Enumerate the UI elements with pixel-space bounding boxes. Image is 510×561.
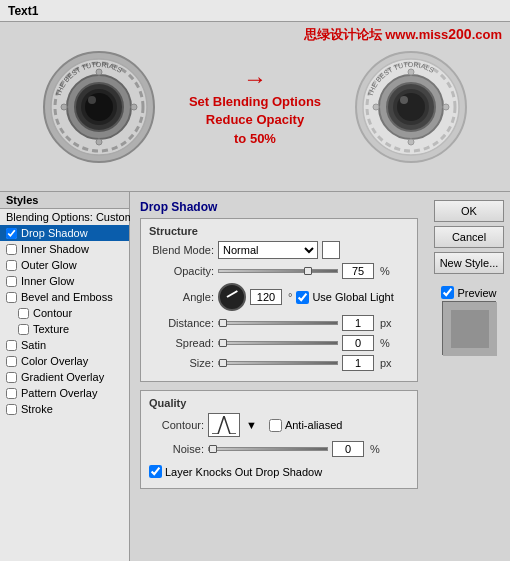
pattern-overlay-label: Pattern Overlay [21, 387, 97, 399]
gradient-overlay-checkbox[interactable] [6, 372, 17, 383]
use-global-light-label[interactable]: Use Global Light [296, 291, 393, 304]
blend-mode-row: Blend Mode: Normal Multiply Screen [149, 241, 409, 259]
angle-unit: ° [288, 291, 292, 303]
opacity-row: Opacity: % [149, 263, 409, 279]
svg-point-21 [400, 96, 408, 104]
distance-row: Distance: px [149, 315, 409, 331]
spread-slider[interactable] [218, 341, 338, 345]
outer-glow-label: Outer Glow [21, 259, 77, 271]
preview-image-area: 思绿设计论坛 www.miss200.com THE BEST TUTORIAL… [0, 22, 510, 192]
distance-slider-thumb[interactable] [219, 319, 227, 327]
window-title: Text1 [8, 4, 38, 18]
style-pattern-overlay[interactable]: Pattern Overlay [0, 385, 129, 401]
dial-needle [227, 290, 238, 298]
size-slider-thumb[interactable] [219, 359, 227, 367]
styles-panel: Styles Blending Options: Custom Drop Sha… [0, 192, 130, 561]
distance-slider[interactable] [218, 321, 338, 325]
angle-dial[interactable] [218, 283, 246, 311]
angle-input[interactable] [250, 289, 282, 305]
layer-knocks-checkbox[interactable] [149, 465, 162, 478]
style-gradient-overlay[interactable]: Gradient Overlay [0, 369, 129, 385]
blending-instruction: → Set Blending Options Reduce Opacity to… [189, 65, 321, 148]
noise-slider[interactable] [208, 447, 328, 451]
satin-checkbox[interactable] [6, 340, 17, 351]
spread-label: Spread: [149, 337, 214, 349]
style-outer-glow[interactable]: Outer Glow [0, 257, 129, 273]
header-bar: Text1 [0, 0, 510, 22]
structure-box: Structure Blend Mode: Normal Multiply Sc… [140, 218, 418, 382]
new-style-button[interactable]: New Style... [434, 252, 504, 274]
cancel-button[interactable]: Cancel [434, 226, 504, 248]
style-blending-options[interactable]: Blending Options: Custom [0, 209, 129, 225]
blend-color-swatch[interactable] [322, 241, 340, 259]
size-unit: px [380, 357, 392, 369]
size-slider[interactable] [218, 361, 338, 365]
preview-label[interactable]: Preview [441, 286, 496, 299]
preview-section: Preview [434, 286, 504, 355]
svg-point-8 [88, 96, 96, 104]
drop-shadow-label: Drop Shadow [21, 227, 88, 239]
gradient-overlay-label: Gradient Overlay [21, 371, 104, 383]
quality-box: Quality Contour: ▼ Anti-aliased Noise: [140, 390, 418, 489]
pattern-overlay-checkbox[interactable] [6, 388, 17, 399]
preview-thumbnail [442, 301, 496, 355]
outer-glow-checkbox[interactable] [6, 260, 17, 271]
bevel-emboss-checkbox[interactable] [6, 292, 17, 303]
stroke-checkbox[interactable] [6, 404, 17, 415]
anti-aliased-checkbox[interactable] [269, 419, 282, 432]
svg-point-9 [61, 104, 67, 110]
style-contour[interactable]: Contour [0, 305, 129, 321]
contour-checkbox[interactable] [18, 308, 29, 319]
layer-knocks-label[interactable]: Layer Knocks Out Drop Shadow [149, 465, 322, 478]
spread-row: Spread: % [149, 335, 409, 351]
opacity-input[interactable] [342, 263, 374, 279]
noise-input[interactable] [332, 441, 364, 457]
texture-checkbox[interactable] [18, 324, 29, 335]
color-overlay-checkbox[interactable] [6, 356, 17, 367]
style-inner-shadow[interactable]: Inner Shadow [0, 241, 129, 257]
distance-input[interactable] [342, 315, 374, 331]
blend-mode-select[interactable]: Normal Multiply Screen [218, 241, 318, 259]
style-color-overlay[interactable]: Color Overlay [0, 353, 129, 369]
opacity-label: Opacity: [149, 265, 214, 277]
style-drop-shadow[interactable]: Drop Shadow [0, 225, 129, 241]
style-texture[interactable]: Texture [0, 321, 129, 337]
instruction-text: Set Blending Options Reduce Opacity to 5… [189, 93, 321, 148]
style-stroke[interactable]: Stroke [0, 401, 129, 417]
size-input[interactable] [342, 355, 374, 371]
inner-glow-checkbox[interactable] [6, 276, 17, 287]
blend-mode-label: Blend Mode: [149, 244, 214, 256]
svg-point-25 [408, 139, 414, 145]
anti-aliased-label[interactable]: Anti-aliased [269, 419, 342, 432]
contour-dropdown-arrow[interactable]: ▼ [246, 419, 257, 431]
opacity-unit: % [380, 265, 390, 277]
style-satin[interactable]: Satin [0, 337, 129, 353]
preview-checkbox[interactable] [441, 286, 454, 299]
spread-slider-thumb[interactable] [219, 339, 227, 347]
style-inner-glow[interactable]: Inner Glow [0, 273, 129, 289]
texture-label: Texture [33, 323, 69, 335]
main-content: Styles Blending Options: Custom Drop Sha… [0, 192, 510, 561]
contour-row: Contour: ▼ Anti-aliased [149, 413, 409, 437]
svg-point-22 [373, 104, 379, 110]
angle-row: Angle: ° Use Global Light [149, 283, 409, 311]
spread-input[interactable] [342, 335, 374, 351]
watermark: 思绿设计论坛 www.miss200.com [304, 26, 502, 44]
contour-picker[interactable] [208, 413, 240, 437]
ok-button[interactable]: OK [434, 200, 504, 222]
opacity-slider-thumb[interactable] [304, 267, 312, 275]
inner-glow-label: Inner Glow [21, 275, 74, 287]
style-bevel-emboss[interactable]: Bevel and Emboss [0, 289, 129, 305]
spread-unit: % [380, 337, 390, 349]
use-global-light-checkbox[interactable] [296, 291, 309, 304]
size-row: Size: px [149, 355, 409, 371]
contour-field-label: Contour: [149, 419, 204, 431]
drop-shadow-checkbox[interactable] [6, 228, 17, 239]
quality-title: Quality [149, 397, 409, 409]
inner-shadow-checkbox[interactable] [6, 244, 17, 255]
opacity-slider[interactable] [218, 269, 338, 273]
inner-shadow-label: Inner Shadow [21, 243, 89, 255]
noise-slider-thumb[interactable] [209, 445, 217, 453]
camera-badge-after: THE BEST TUTORIALS [351, 47, 471, 167]
noise-label: Noise: [149, 443, 204, 455]
